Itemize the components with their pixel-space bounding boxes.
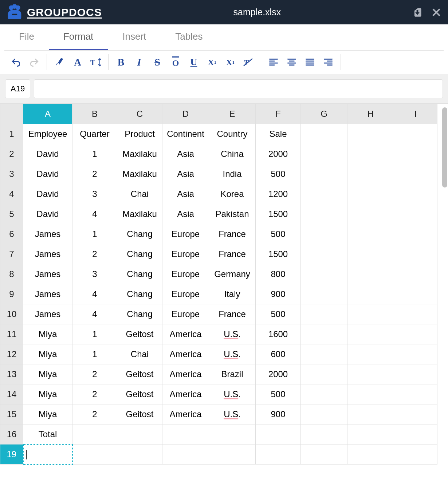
col-header-F[interactable]: F <box>256 104 301 124</box>
col-header-I[interactable]: I <box>394 104 437 124</box>
cell-C15[interactable]: Geitost <box>117 404 162 424</box>
col-header-D[interactable]: D <box>162 104 209 124</box>
cell-I4[interactable] <box>394 184 437 204</box>
cell-G5[interactable] <box>301 204 347 224</box>
cell-I16[interactable] <box>394 424 437 444</box>
cell-H13[interactable] <box>347 364 394 384</box>
col-header-G[interactable]: G <box>301 104 347 124</box>
menu-format[interactable]: Format <box>49 24 108 50</box>
col-header-E[interactable]: E <box>209 104 256 124</box>
cell-G13[interactable] <box>301 364 347 384</box>
row-header-6[interactable]: 6 <box>0 224 23 244</box>
cell-G11[interactable] <box>301 324 347 344</box>
cell-A2[interactable]: David <box>23 144 72 164</box>
row-header-19[interactable]: 19 <box>0 444 23 465</box>
row-header-9[interactable]: 9 <box>0 284 23 304</box>
cell-F1[interactable]: Sale <box>256 124 301 144</box>
cell-B6[interactable]: 1 <box>72 224 117 244</box>
subscript-button[interactable]: X1 <box>206 56 218 68</box>
cell-F5[interactable]: 1500 <box>256 204 301 224</box>
cell-B8[interactable]: 3 <box>72 264 117 284</box>
cell-B19[interactable] <box>72 444 117 465</box>
cell-F15[interactable]: 900 <box>256 404 301 424</box>
cell-A14[interactable]: Miya <box>23 384 72 404</box>
cell-I10[interactable] <box>394 304 437 324</box>
menu-file[interactable]: File <box>4 24 49 50</box>
bold-button[interactable]: B <box>115 56 127 68</box>
cell-G15[interactable] <box>301 404 347 424</box>
cell-I2[interactable] <box>394 144 437 164</box>
cell-A5[interactable]: David <box>23 204 72 224</box>
cell-D9[interactable]: Europe <box>162 284 209 304</box>
cell-E15[interactable]: U.S. <box>209 404 256 424</box>
row-header-7[interactable]: 7 <box>0 244 23 264</box>
cell-H3[interactable] <box>347 164 394 184</box>
brush-icon[interactable] <box>54 56 65 68</box>
cell-E8[interactable]: Germany <box>209 264 256 284</box>
cell-C4[interactable]: Chai <box>117 184 162 204</box>
cell-E2[interactable]: China <box>209 144 256 164</box>
cell-E7[interactable]: France <box>209 244 256 264</box>
superscript-button[interactable]: X1 <box>224 56 236 68</box>
font-color-button[interactable]: A <box>72 56 83 68</box>
overline-button[interactable]: O <box>170 56 181 68</box>
underline-button[interactable]: U <box>188 56 200 68</box>
cell-F10[interactable]: 500 <box>256 304 301 324</box>
cell-I8[interactable] <box>394 264 437 284</box>
cell-D15[interactable]: America <box>162 404 209 424</box>
cell-H11[interactable] <box>347 324 394 344</box>
cell-B5[interactable]: 4 <box>72 204 117 224</box>
cell-I19[interactable] <box>394 444 437 465</box>
cell-A3[interactable]: David <box>23 164 72 184</box>
cell-C5[interactable]: Maxilaku <box>117 204 162 224</box>
cell-B14[interactable]: 2 <box>72 384 117 404</box>
row-header-15[interactable]: 15 <box>0 404 23 424</box>
cell-D4[interactable]: Asia <box>162 184 209 204</box>
cell-G16[interactable] <box>301 424 347 444</box>
cell-B9[interactable]: 4 <box>72 284 117 304</box>
cell-H19[interactable] <box>347 444 394 465</box>
cell-B12[interactable]: 1 <box>72 344 117 364</box>
cell-I13[interactable] <box>394 364 437 384</box>
cell-E13[interactable]: Brazil <box>209 364 256 384</box>
cell-H4[interactable] <box>347 184 394 204</box>
cell-B15[interactable]: 2 <box>72 404 117 424</box>
cell-G9[interactable] <box>301 284 347 304</box>
cell-C11[interactable]: Geitost <box>117 324 162 344</box>
cell-E9[interactable]: Italy <box>209 284 256 304</box>
row-header-16[interactable]: 16 <box>0 424 23 444</box>
redo-button[interactable] <box>28 56 40 68</box>
cell-F6[interactable]: 500 <box>256 224 301 244</box>
brand[interactable]: GROUPDOCS <box>7 4 102 20</box>
cell-I14[interactable] <box>394 384 437 404</box>
cell-E14[interactable]: U.S. <box>209 384 256 404</box>
cell-E16[interactable] <box>209 424 256 444</box>
cell-D13[interactable]: America <box>162 364 209 384</box>
cell-D7[interactable]: Europe <box>162 244 209 264</box>
cell-A7[interactable]: James <box>23 244 72 264</box>
row-header-11[interactable]: 11 <box>0 324 23 344</box>
cell-F11[interactable]: 1600 <box>256 324 301 344</box>
cell-C7[interactable]: Chang <box>117 244 162 264</box>
cell-B1[interactable]: Quarter <box>72 124 117 144</box>
cell-A13[interactable]: Miya <box>23 364 72 384</box>
cell-G1[interactable] <box>301 124 347 144</box>
cell-G14[interactable] <box>301 384 347 404</box>
cell-G2[interactable] <box>301 144 347 164</box>
cell-D11[interactable]: America <box>162 324 209 344</box>
cell-D5[interactable]: Asia <box>162 204 209 224</box>
cell-D16[interactable] <box>162 424 209 444</box>
cell-C6[interactable]: Chang <box>117 224 162 244</box>
cell-I9[interactable] <box>394 284 437 304</box>
menu-tables[interactable]: Tables <box>161 24 217 50</box>
formula-input[interactable] <box>34 79 443 98</box>
vertical-scrollbar[interactable] <box>442 107 447 187</box>
cell-H16[interactable] <box>347 424 394 444</box>
cell-F8[interactable]: 800 <box>256 264 301 284</box>
cell-H7[interactable] <box>347 244 394 264</box>
cell-C19[interactable] <box>117 444 162 465</box>
cell-E11[interactable]: U.S. <box>209 324 256 344</box>
menu-insert[interactable]: Insert <box>108 24 161 50</box>
cell-A6[interactable]: James <box>23 224 72 244</box>
cell-D2[interactable]: Asia <box>162 144 209 164</box>
